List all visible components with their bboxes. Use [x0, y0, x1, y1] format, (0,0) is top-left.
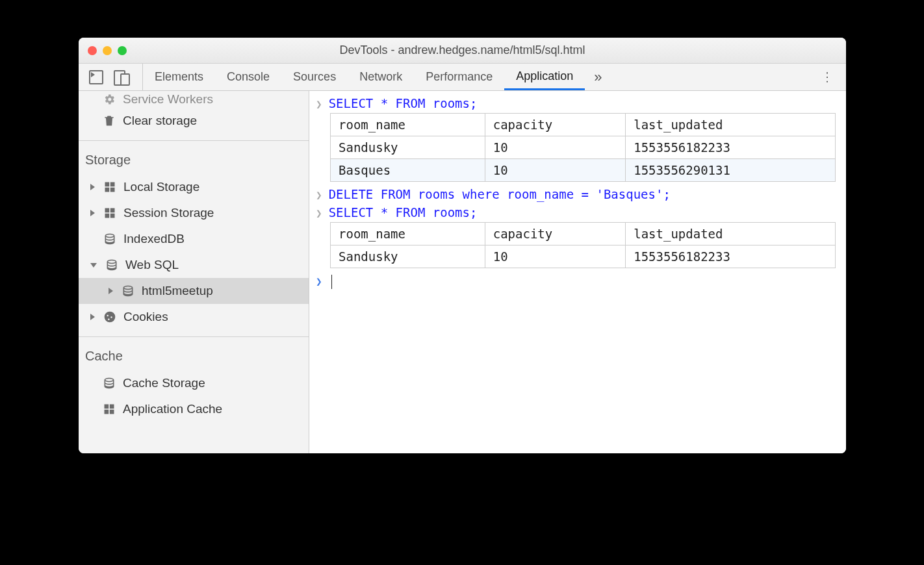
sidebar-item-service-workers[interactable]: Service Workers [79, 91, 309, 108]
table-header: room_name [331, 114, 485, 136]
sidebar-item-clear-storage[interactable]: Clear storage [79, 108, 309, 134]
prompt-icon: ❯ [316, 96, 322, 110]
window-controls [79, 46, 127, 55]
grid-icon [103, 207, 117, 220]
sql-query-line: ❯DELETE FROM rooms where room_name = 'Ba… [309, 186, 846, 204]
table-cell: Basques [331, 159, 485, 182]
sql-text: SELECT * FROM rooms; [329, 205, 478, 220]
sidebar-item-label: Web SQL [125, 258, 179, 272]
sidebar-item-indexeddb[interactable]: IndexedDB [79, 226, 309, 252]
table-cell: 1553556182233 [626, 245, 836, 268]
panel-tabs: Elements Console Sources Network Perform… [143, 64, 585, 90]
sidebar-item-label: Session Storage [123, 206, 214, 220]
toolbar-icons [79, 64, 143, 90]
sidebar-item-label: Clear storage [123, 114, 197, 128]
sql-console[interactable]: ❯SELECT * FROM rooms;room_namecapacityla… [309, 91, 846, 453]
database-icon [103, 232, 117, 245]
table-cell: 10 [485, 136, 625, 159]
database-icon [121, 284, 135, 297]
sidebar-item-label: Cache Storage [123, 376, 205, 390]
sidebar-item-label: html5meetup [142, 284, 213, 298]
expand-icon [90, 210, 95, 216]
more-tabs-button[interactable]: » [585, 69, 611, 86]
tab-console[interactable]: Console [215, 64, 281, 90]
settings-menu-button[interactable]: ⋯ [810, 69, 846, 85]
collapse-icon [90, 263, 97, 268]
table-cell: 10 [485, 159, 625, 182]
sidebar-item-local-storage[interactable]: Local Storage [79, 174, 309, 200]
table-cell: 1553556290131 [626, 159, 836, 182]
minimize-window-button[interactable] [103, 46, 112, 55]
window-title: DevTools - andrew.hedges.name/html5/sql.… [79, 44, 846, 57]
sidebar-item-label: Local Storage [123, 180, 199, 194]
zoom-window-button[interactable] [118, 46, 127, 55]
sidebar-item-html5meetup[interactable]: html5meetup [79, 278, 309, 304]
sidebar-item-label: Application Cache [123, 402, 222, 416]
table-row[interactable]: Sandusky101553556182233 [331, 245, 836, 268]
sql-result-table: room_namecapacitylast_updatedSandusky101… [330, 222, 836, 268]
table-header: last_updated [626, 223, 836, 245]
tab-sources[interactable]: Sources [281, 64, 348, 90]
tab-application[interactable]: Application [504, 64, 585, 90]
sql-query-line: ❯SELECT * FROM rooms; [309, 204, 846, 222]
sql-text: DELETE FROM rooms where room_name = 'Bas… [329, 187, 671, 201]
table-row[interactable]: Sandusky101553556182233 [331, 136, 836, 159]
table-row[interactable]: Basques101553556290131 [331, 159, 836, 182]
content-area: Service Workers Clear storage Storage Lo… [79, 91, 846, 453]
grid-icon [102, 403, 116, 416]
prompt-icon: ❯ [316, 187, 322, 201]
table-header: room_name [331, 223, 485, 245]
sidebar-item-label: Service Workers [123, 92, 213, 107]
sidebar-item-label: Cookies [123, 310, 168, 324]
prompt-icon: ❯ [316, 273, 322, 288]
table-cell: 10 [485, 245, 625, 268]
sidebar-group-cache: Cache [79, 337, 309, 370]
device-toolbar-icon[interactable] [114, 70, 132, 84]
sidebar-item-web-sql[interactable]: Web SQL [79, 252, 309, 278]
cookie-icon [103, 310, 117, 323]
trash-icon [102, 114, 116, 127]
sql-query-line: ❯SELECT * FROM rooms; [309, 95, 846, 113]
expand-icon [90, 184, 95, 190]
close-window-button[interactable] [88, 46, 97, 55]
devtools-tabbar: Elements Console Sources Network Perform… [79, 64, 846, 91]
titlebar: DevTools - andrew.hedges.name/html5/sql.… [79, 38, 846, 64]
gear-icon [102, 93, 116, 106]
grid-icon [103, 181, 117, 194]
application-sidebar: Service Workers Clear storage Storage Lo… [79, 91, 309, 453]
prompt-icon: ❯ [316, 205, 322, 220]
expand-icon [109, 288, 113, 294]
database-icon [105, 258, 119, 271]
inspect-element-icon[interactable] [89, 70, 103, 84]
sidebar-item-label: IndexedDB [123, 232, 185, 246]
sidebar-item-cookies[interactable]: Cookies [79, 304, 309, 330]
devtools-window: DevTools - andrew.hedges.name/html5/sql.… [79, 38, 846, 453]
table-header: last_updated [626, 114, 836, 136]
tab-network[interactable]: Network [348, 64, 414, 90]
table-header: capacity [485, 223, 625, 245]
sql-input[interactable] [329, 273, 332, 289]
table-cell: Sandusky [331, 245, 485, 268]
sidebar-item-cache-storage[interactable]: Cache Storage [79, 370, 309, 396]
database-icon [102, 377, 116, 390]
expand-icon [90, 314, 95, 320]
tab-elements[interactable]: Elements [143, 64, 215, 90]
table-cell: Sandusky [331, 136, 485, 159]
sidebar-item-session-storage[interactable]: Session Storage [79, 200, 309, 226]
sidebar-group-storage: Storage [79, 141, 309, 174]
table-cell: 1553556182233 [626, 136, 836, 159]
sql-result-table: room_namecapacitylast_updatedSandusky101… [330, 113, 836, 182]
sql-text: SELECT * FROM rooms; [329, 96, 478, 110]
sql-input-line[interactable]: ❯ [309, 272, 846, 292]
table-header: capacity [485, 114, 625, 136]
tab-performance[interactable]: Performance [414, 64, 504, 90]
sidebar-item-application-cache[interactable]: Application Cache [79, 396, 309, 422]
